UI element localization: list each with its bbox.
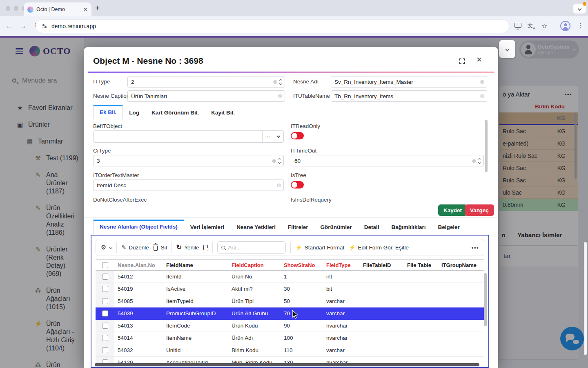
grid-vertical-scrollbar[interactable] [484,273,487,326]
url-text: demo.renium.app [51,23,96,29]
clear-icon[interactable]: ⊗ [276,182,281,188]
row-checkbox[interactable] [102,274,108,280]
column-header[interactable]: FieldCaption [228,262,281,268]
table-row[interactable]: 54032 UnitId Birim Kodu 110 varchar [96,344,484,357]
number-spinner[interactable] [278,158,281,164]
close-window-button[interactable] [6,6,10,11]
checkbox[interactable] [102,262,108,268]
tab[interactable]: Bağımlılıkları [385,220,432,234]
close-icon[interactable]: × [477,55,482,64]
tab[interactable]: Kart Görünüm Bil. [145,106,205,119]
befitobject-combo[interactable]: ⋯ [93,130,284,143]
itordertextmaster-value[interactable] [94,182,276,188]
tab[interactable]: Görünümler [314,220,358,234]
itreadonly-toggle[interactable] [291,132,304,139]
browser-profile-avatar[interactable] [560,21,570,31]
row-checkbox[interactable] [102,310,108,316]
tab[interactable]: Filtreler [282,220,314,234]
column-header[interactable]: ShowSiraNo [281,262,323,268]
minimize-window-button[interactable] [14,6,18,11]
tab[interactable]: Log [123,106,145,119]
tab[interactable]: Detail [358,220,385,234]
bookmark-star-icon[interactable]: ☆ [541,22,547,30]
befitobject-value[interactable] [94,134,262,140]
row-checkbox[interactable] [102,298,108,304]
crtype-input[interactable]: ⊗ [93,155,284,166]
table-row[interactable]: 54012 ItemId Ürün No 1 int [96,271,484,283]
new-tab-button[interactable]: + [95,4,100,13]
nesne-adi-input[interactable]: ⊗ [331,76,487,88]
grid-horizontal-scrollbar[interactable] [95,363,479,366]
translate-icon[interactable] [528,22,535,29]
tab-close-icon[interactable]: ✕ [83,7,88,12]
back-button[interactable]: ← [6,22,13,31]
table-row[interactable]: 54013 ItemCode Ürün Kodu 90 nvarchar [96,320,484,332]
ittype-value[interactable] [128,79,273,85]
clear-icon[interactable]: ⊗ [480,79,485,85]
tab[interactable]: Ek Bil. [93,105,123,119]
install-app-icon[interactable] [514,23,521,28]
expand-icon[interactable] [459,58,465,64]
column-header[interactable]: FieldType [323,262,360,268]
itutablename-value[interactable] [331,93,480,99]
row-checkbox[interactable] [102,347,108,353]
clear-icon[interactable]: ⊗ [273,79,278,85]
ittimeout-value[interactable] [291,158,472,164]
number-spinner[interactable] [280,79,282,85]
ellipsis-button[interactable]: ⋯ [262,131,273,142]
tab[interactable]: Kayıt Bil. [205,106,241,119]
istree-toggle[interactable] [291,181,304,188]
page-scrollbar-thumb[interactable] [584,242,587,355]
row-checkbox[interactable] [102,323,108,329]
clear-icon[interactable]: ⊗ [272,157,276,164]
ittimeout-input[interactable]: ⊗ [291,155,484,166]
edit-form-sync-button[interactable]: ⚡ Edit Form Gör. Eşitle [349,245,409,251]
column-header[interactable]: Nesne.Alan.No [114,262,163,268]
column-header[interactable]: FieldName [163,262,228,268]
crtype-value[interactable] [94,158,272,164]
nesne-caption-value[interactable] [128,93,278,99]
table-row[interactable]: 54014 ItemName Ürün Adı 100 nvarchar [96,332,484,344]
collapsed-dropdown-button[interactable] [499,40,515,58]
standard-format-button[interactable]: ⚡ Standart Format [295,245,344,251]
grid-search[interactable] [217,241,286,254]
browser-tab[interactable]: Octo | Demo ✕ [24,2,91,16]
itordertextmaster-input[interactable]: ⊗ [93,180,284,191]
save-button[interactable]: Kaydet [438,204,467,216]
tab[interactable]: Veri İşlemleri [184,220,230,234]
table-row[interactable]: 54085 ItemTypeId Ürün Tipi 50 varchar [96,295,484,307]
tab[interactable]: Belgeler [432,220,466,234]
site-settings-icon[interactable] [42,24,47,29]
tab[interactable]: Nesne Alanları (Object Fields) [93,220,184,234]
delete-button[interactable]: Sil [154,245,167,251]
column-header[interactable]: ITGroupName [438,262,484,268]
grid-overflow-menu[interactable]: ••• [472,245,479,251]
clear-icon[interactable]: ⊗ [480,93,485,99]
dropdown-button[interactable] [273,131,283,142]
nesne-caption-input[interactable]: ⊗ [127,90,285,102]
edit-button[interactable]: ✎ Düzenle [121,244,149,251]
refresh-button[interactable]: ↻ Yenile [176,244,199,251]
tab[interactable]: Nesne Yetkileri [230,220,282,234]
forward-button[interactable]: → [20,22,27,31]
column-header[interactable]: FileTableID [360,262,404,268]
grid-search-input[interactable] [228,245,282,251]
clear-icon[interactable]: ⊗ [278,93,283,99]
select-all-cell[interactable] [96,260,114,270]
form-scrollbar-thumb[interactable] [485,120,488,172]
export-button[interactable] [203,245,208,250]
cancel-button[interactable]: Vazgeç [465,204,494,216]
address-bar[interactable]: demo.renium.app [36,20,509,33]
grid-settings-button[interactable]: ⚙ [101,244,112,251]
table-row[interactable]: 54019 IsActive Aktif mi? 30 bit [96,283,484,295]
table-row[interactable]: 54039 ProductSubGroupID Ürün Alt Grubu 7… [96,307,484,320]
row-checkbox[interactable] [102,335,108,341]
number-spinner[interactable] [479,158,481,164]
clear-icon[interactable]: ⊗ [472,157,477,164]
browser-menu-icon[interactable]: ⋮ [577,22,584,29]
ittype-input[interactable]: ⊗ [127,76,285,88]
itutablename-input[interactable]: ⊗ [331,90,487,102]
nesne-adi-value[interactable] [331,79,480,85]
column-header[interactable]: File Table [404,262,438,268]
row-checkbox[interactable] [102,286,108,292]
